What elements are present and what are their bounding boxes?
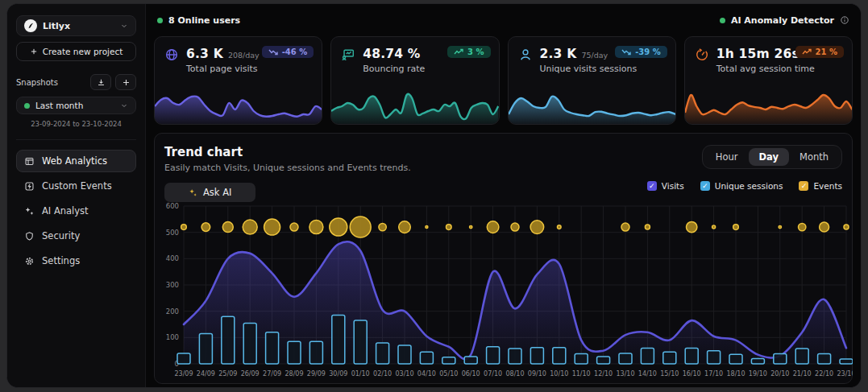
svg-text:08/10: 08/10 bbox=[505, 370, 524, 378]
online-status-dot bbox=[157, 18, 163, 23]
add-snapshot-button[interactable] bbox=[115, 74, 136, 90]
sidebar-item-security[interactable]: Security bbox=[16, 225, 136, 247]
litlyx-logo-icon bbox=[24, 19, 37, 32]
online-users-label: 8 Online users bbox=[168, 15, 240, 26]
stat-label: Total avg session time bbox=[716, 64, 815, 74]
svg-text:01/10: 01/10 bbox=[351, 370, 370, 378]
legend-events[interactable]: ✓ Events bbox=[799, 181, 842, 191]
main-content: 8 Online users AI Anomaly Detector -46 % bbox=[146, 4, 861, 387]
snapshot-selected: Last month bbox=[35, 101, 114, 110]
stat-label: Total page visits bbox=[186, 64, 260, 74]
sidebar-item-label: AI Analyst bbox=[42, 205, 89, 217]
svg-text:14/10: 14/10 bbox=[638, 370, 657, 378]
snapshot-range-selector[interactable]: Last month bbox=[16, 97, 136, 114]
svg-text:600: 600 bbox=[166, 202, 179, 210]
globe-icon bbox=[164, 47, 179, 74]
anomaly-detector-label: AI Anomaly Detector bbox=[731, 15, 834, 26]
sparkline-chart bbox=[331, 87, 498, 124]
project-name: Litlyx bbox=[43, 21, 114, 31]
snapshots-title: Snapshots bbox=[16, 78, 86, 87]
sparkline-chart bbox=[685, 87, 852, 124]
sidebar-item-label: Security bbox=[42, 230, 80, 241]
sparkline-chart bbox=[509, 87, 675, 124]
svg-text:24/09: 24/09 bbox=[197, 370, 215, 378]
range-day-button[interactable]: Day bbox=[749, 148, 789, 166]
trend-down-icon bbox=[621, 48, 631, 56]
gear-icon bbox=[24, 256, 35, 266]
svg-text:300: 300 bbox=[166, 281, 179, 289]
trend-up-icon bbox=[454, 48, 463, 56]
sidebar-item-ai-analyst[interactable]: AI Analyst bbox=[16, 200, 136, 222]
trend-down-icon bbox=[268, 48, 278, 56]
sidebar: Litlyx Create new project Snapshots Last… bbox=[7, 4, 146, 387]
browser-window-icon bbox=[24, 156, 35, 167]
stat-value: 48.74 % bbox=[363, 47, 420, 61]
svg-text:500: 500 bbox=[166, 229, 179, 237]
anomaly-status-dot bbox=[720, 18, 725, 23]
snapshot-date-range: 23-09-2024 to 23-10-2024 bbox=[16, 120, 136, 128]
create-project-label: Create new project bbox=[43, 47, 123, 56]
svg-text:21/10: 21/10 bbox=[793, 370, 812, 378]
legend-visits[interactable]: ✓ Visits bbox=[647, 181, 684, 191]
stat-card-bouncing-rate: 3 % 48.74 % Bouncing rate bbox=[330, 36, 499, 125]
svg-text:25/09: 25/09 bbox=[218, 370, 237, 378]
checkbox-checked-icon[interactable]: ✓ bbox=[647, 181, 657, 191]
stat-value: 1h 15m 26s bbox=[716, 47, 799, 61]
topbar: 8 Online users AI Anomaly Detector bbox=[154, 4, 853, 36]
svg-text:03/10: 03/10 bbox=[395, 370, 413, 378]
stat-per-day: 208/day bbox=[228, 51, 260, 60]
sidebar-item-label: Web Analytics bbox=[42, 155, 107, 167]
svg-text:11/10: 11/10 bbox=[572, 370, 591, 378]
trend-chart-title: Trend chart bbox=[164, 145, 411, 159]
trend-chart-subtitle: Easily match Visits, Unique sessions and… bbox=[164, 163, 411, 173]
checkbox-checked-icon[interactable]: ✓ bbox=[799, 181, 808, 191]
create-new-project-button[interactable]: Create new project bbox=[16, 42, 136, 61]
svg-text:27/09: 27/09 bbox=[263, 370, 281, 378]
svg-text:13/10: 13/10 bbox=[616, 370, 634, 378]
sidebar-item-settings[interactable]: Settings bbox=[16, 250, 136, 272]
svg-text:22/10: 22/10 bbox=[815, 370, 833, 378]
shield-icon bbox=[24, 231, 35, 241]
stat-card-unique-visits: -39 % 2.3 K 75/day Unique visits session… bbox=[508, 36, 676, 125]
badge-value: -39 % bbox=[635, 47, 661, 56]
range-month-button[interactable]: Month bbox=[789, 148, 839, 166]
svg-text:26/09: 26/09 bbox=[241, 370, 260, 378]
stat-per-day: 75/day bbox=[581, 51, 608, 60]
app-window: Litlyx Create new project Snapshots Last… bbox=[6, 3, 862, 388]
stat-value: 2.3 K bbox=[540, 47, 577, 61]
sidebar-nav: Web Analytics Custom Events AI Analyst S… bbox=[16, 139, 136, 272]
svg-text:16/10: 16/10 bbox=[683, 370, 701, 378]
svg-text:17/10: 17/10 bbox=[704, 370, 723, 378]
sidebar-item-label: Settings bbox=[42, 255, 80, 266]
trend-badge: -39 % bbox=[615, 46, 667, 58]
checkbox-checked-icon[interactable]: ✓ bbox=[700, 181, 710, 191]
timer-icon bbox=[695, 47, 709, 74]
project-selector[interactable]: Litlyx bbox=[16, 15, 136, 36]
legend-unique-sessions[interactable]: ✓ Unique sessions bbox=[700, 181, 783, 191]
plus-icon bbox=[30, 47, 38, 56]
svg-text:10/10: 10/10 bbox=[550, 370, 568, 378]
download-icon bbox=[97, 78, 106, 87]
range-hour-button[interactable]: Hour bbox=[705, 148, 749, 166]
sparkline-chart bbox=[155, 87, 322, 124]
stat-label: Unique visits sessions bbox=[540, 64, 638, 74]
bounce-presentation-icon bbox=[341, 47, 355, 74]
info-icon[interactable] bbox=[840, 15, 849, 25]
trend-badge: 21 % bbox=[795, 46, 844, 58]
sparkles-icon bbox=[24, 206, 35, 217]
sidebar-item-web-analytics[interactable]: Web Analytics bbox=[16, 150, 136, 172]
ai-anomaly-detector[interactable]: AI Anomaly Detector bbox=[720, 15, 849, 26]
download-snapshot-button[interactable] bbox=[90, 74, 111, 90]
online-users: 8 Online users bbox=[157, 15, 240, 26]
trend-chart-panel: Trend chart Easily match Visits, Unique … bbox=[154, 133, 853, 384]
svg-text:19/10: 19/10 bbox=[749, 370, 767, 378]
svg-text:20/10: 20/10 bbox=[770, 370, 789, 378]
legend-label: Unique sessions bbox=[715, 181, 783, 191]
sidebar-item-custom-events[interactable]: Custom Events bbox=[16, 175, 136, 197]
stat-value: 6.3 K bbox=[186, 47, 223, 61]
svg-text:02/10: 02/10 bbox=[373, 370, 392, 378]
trend-badge: 3 % bbox=[447, 46, 490, 58]
trend-chart-canvas[interactable]: 010020030040050060023/0924/0925/0926/092… bbox=[160, 195, 853, 382]
svg-text:100: 100 bbox=[166, 333, 179, 341]
svg-text:30/09: 30/09 bbox=[329, 370, 347, 378]
